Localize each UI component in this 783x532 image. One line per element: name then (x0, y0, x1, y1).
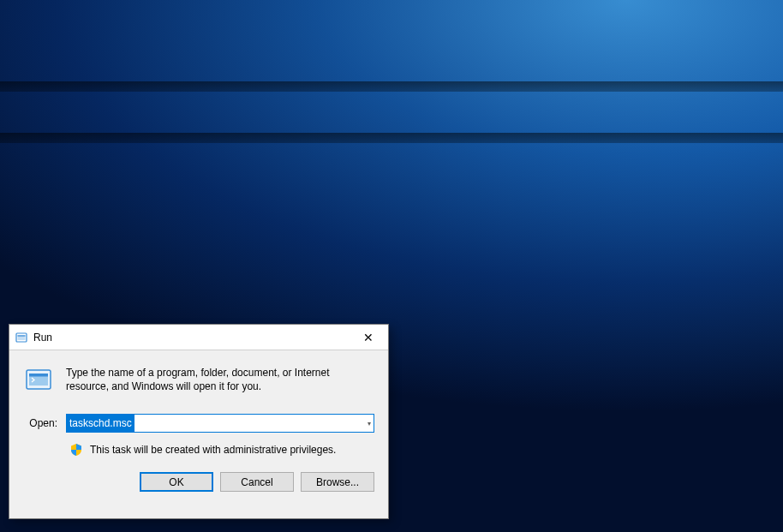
admin-notice-row: This task will be created with administr… (69, 443, 374, 457)
dialog-body: Type the name of a program, folder, docu… (9, 350, 388, 457)
dialog-title: Run (33, 332, 349, 344)
desktop-background: Run ✕ Type the name of a program, folder… (0, 0, 783, 532)
uac-shield-icon (69, 443, 83, 457)
cancel-button[interactable]: Cancel (220, 472, 294, 492)
titlebar[interactable]: Run ✕ (9, 325, 388, 350)
admin-privilege-text: This task will be created with administr… (90, 444, 336, 456)
run-large-icon (23, 364, 54, 395)
description-row: Type the name of a program, folder, docu… (23, 364, 374, 395)
close-button[interactable]: ✕ (349, 325, 388, 350)
open-combobox[interactable]: taskschd.msc ▾ (66, 414, 374, 433)
open-input[interactable] (66, 414, 374, 433)
ok-button[interactable]: OK (140, 472, 213, 492)
run-small-icon (15, 331, 28, 344)
browse-button[interactable]: Browse... (301, 472, 374, 492)
dialog-button-row: OK Cancel Browse... (9, 472, 388, 504)
svg-rect-5 (29, 374, 48, 377)
open-label: Open: (23, 417, 57, 429)
run-dialog-window: Run ✕ Type the name of a program, folder… (9, 324, 389, 519)
dialog-description: Type the name of a program, folder, docu… (66, 364, 374, 393)
open-row: Open: taskschd.msc ▾ (23, 414, 374, 433)
close-icon: ✕ (363, 332, 374, 344)
svg-rect-2 (18, 335, 26, 337)
